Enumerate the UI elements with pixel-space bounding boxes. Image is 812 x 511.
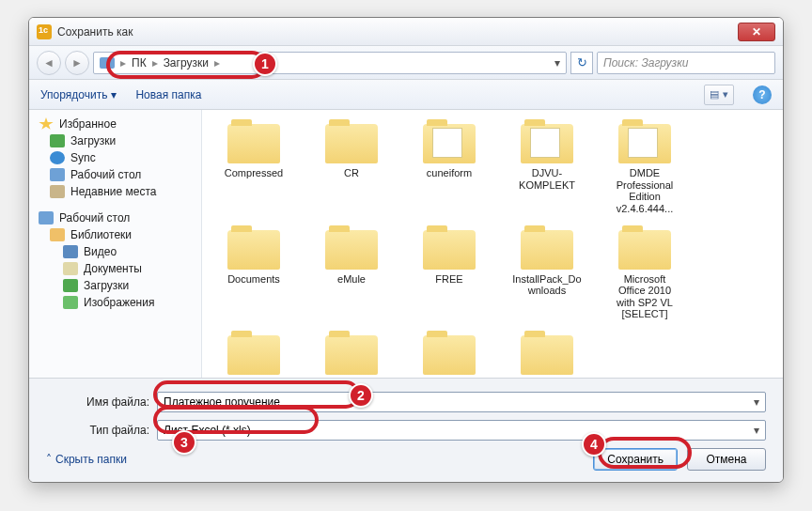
chevron-up-icon: ˄ [46,453,52,466]
chevron-right-icon: ▸ [214,56,220,70]
titlebar[interactable]: Сохранить как ✕ [29,18,783,46]
folder-name: cuneiform [427,167,472,179]
folder-item[interactable]: DMDE Professional Edition v2.4.6.444... [604,119,685,220]
folder-name: Microsoft Office 2010 with SP2 VL [SELEC… [609,273,680,321]
chevron-down-icon[interactable]: ▾ [554,56,560,70]
folder-icon [423,335,476,375]
folder-name: Compressed [225,167,283,179]
breadcrumb-pc[interactable]: ПК [132,56,147,70]
files-area[interactable]: CompressedCRcuneiformDJVU-KOMPLEKTDMDE P… [202,110,783,378]
folder-item[interactable]: Compressed [213,119,294,220]
breadcrumb[interactable]: ▸ ПК ▸ Загрузки ▸ ▾ [93,52,567,74]
recent-icon [50,185,65,198]
desktop-icon [39,211,54,225]
sidebar-desktop2[interactable]: Рабочий стол [29,209,201,226]
folder-name: DMDE Professional Edition v2.4.6.444... [609,167,680,215]
folder-item[interactable]: Microsoft Office 2010 with SP2 VL [SELEC… [604,225,685,326]
folder-item[interactable]: DJVU-KOMPLEKT [507,119,587,220]
close-icon[interactable]: ✕ [738,23,775,41]
star-icon [39,117,54,131]
chevron-right-icon: ▸ [152,56,158,70]
folder-icon [521,124,573,163]
folder-icon [423,230,476,270]
download-icon [50,134,65,147]
cancel-button[interactable]: Отмена [687,448,766,471]
organize-button[interactable]: Упорядочить ▾ [40,88,117,101]
folder-icon [618,124,671,163]
folder-icon [618,230,671,270]
document-icon [63,262,78,275]
folder-item[interactable]: cuneiform [409,119,490,220]
app-icon [37,24,52,39]
navbar: ◄ ► ▸ ПК ▸ Загрузки ▸ ▾ ↻ Поиск: Загрузк… [29,46,783,80]
folder-icon [325,230,378,270]
sync-icon [50,151,65,164]
sidebar: Избранное Загрузки Sync Рабочий стол Нед… [29,110,202,378]
chevron-right-icon: ▸ [120,56,126,70]
folder-icon [227,230,280,270]
window-title: Сохранить как [57,25,738,39]
folder-icon [227,124,280,163]
folder-icon [227,335,280,375]
filename-input[interactable]: Платежное поручение [157,392,766,412]
sidebar-item-downloads[interactable]: Загрузки [29,132,201,149]
sidebar-item-libraries[interactable]: Библиотеки [29,226,201,243]
folder-name: Documents [227,273,280,286]
library-icon [50,228,65,241]
forward-button[interactable]: ► [65,51,89,75]
folder-icon [521,335,573,375]
help-icon[interactable]: ? [753,85,772,104]
search-input[interactable]: Поиск: Загрузки [597,52,775,74]
folder-icon [521,230,573,270]
back-button[interactable]: ◄ [37,51,61,75]
search-placeholder: Поиск: Загрузки [603,56,689,70]
new-folder-button[interactable]: Новая папка [135,88,201,101]
folder-item[interactable]: CR [311,119,392,220]
sidebar-item-sync[interactable]: Sync [29,149,201,166]
pc-icon [100,57,115,69]
refresh-button[interactable]: ↻ [570,52,593,74]
folder-icon [325,124,378,163]
video-icon [63,245,78,258]
folder-item[interactable]: Programs [409,331,490,378]
folder-name: DJVU-KOMPLEKT [511,167,583,191]
filetype-select[interactable]: Лист Excel (*.xls) [157,420,766,441]
dialog-body: Избранное Загрузки Sync Рабочий стол Нед… [29,110,783,378]
hide-folders-button[interactable]: ˄ Скрыть папки [46,453,127,466]
folder-item[interactable]: InstallPack_Downloads [507,225,587,326]
folder-item[interactable]: Music [213,331,294,378]
sidebar-favorites[interactable]: Избранное [29,116,201,132]
filename-label: Имя файла: [46,395,149,409]
image-icon [63,296,78,309]
files-grid: CompressedCRcuneiformDJVU-KOMPLEKTDMDE P… [213,119,772,378]
folder-name: InstallPack_Downloads [511,273,583,297]
save-button[interactable]: Сохранить [593,448,678,471]
sidebar-item-recent[interactable]: Недавние места [29,183,201,200]
folder-icon [325,335,378,375]
breadcrumb-folder[interactable]: Загрузки [164,56,209,70]
view-options-button[interactable]: ▤ ▾ [704,85,734,105]
folder-name: FREE [435,273,462,286]
save-as-dialog: Сохранить как ✕ ◄ ► ▸ ПК ▸ Загрузки ▸ ▾ … [28,17,784,483]
sidebar-item-downloads2[interactable]: Загрузки [29,277,201,294]
sidebar-item-video[interactable]: Видео [29,243,201,260]
bottom-panel: Имя файла: Платежное поручение Тип файла… [29,378,783,482]
desktop-icon [50,168,65,181]
folder-item[interactable]: FREE [409,225,490,326]
filetype-label: Тип файла: [46,424,149,437]
folder-item[interactable]: eMule [311,225,392,326]
sidebar-item-documents[interactable]: Документы [29,260,201,277]
download-icon [63,279,78,292]
toolbar: Упорядочить ▾ Новая папка ▤ ▾ ? [29,80,783,110]
folder-item[interactable]: OrbitumBackups [311,331,392,378]
sidebar-item-images[interactable]: Изображения [29,294,201,311]
folder-item[interactable]: SuperCopy 2.1 [507,331,587,378]
folder-name: eMule [337,273,366,286]
chevron-down-icon: ▾ [111,88,117,101]
sidebar-item-desktop[interactable]: Рабочий стол [29,166,201,183]
folder-name: CR [344,167,359,179]
folder-item[interactable]: Documents [213,225,294,326]
folder-icon [423,124,476,163]
